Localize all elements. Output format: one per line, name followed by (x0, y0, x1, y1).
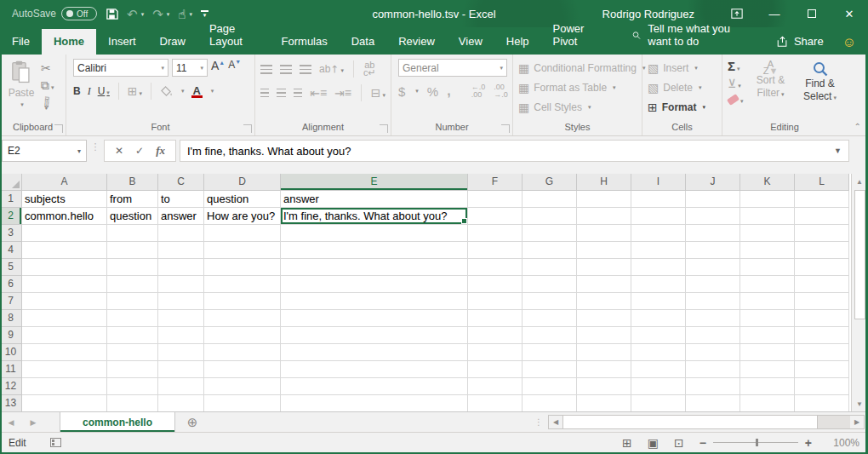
zoom-in-button[interactable]: + (805, 436, 812, 450)
cell-E9[interactable] (281, 327, 468, 344)
cell-L12[interactable] (795, 378, 849, 395)
cell-H1[interactable] (577, 191, 631, 208)
cell-G12[interactable] (523, 378, 577, 395)
align-top-icon[interactable] (260, 65, 272, 74)
row-header-8[interactable]: 8 (0, 310, 22, 327)
cell-L9[interactable] (795, 327, 849, 344)
cell-J8[interactable] (686, 310, 740, 327)
tab-insert[interactable]: Insert (96, 29, 148, 55)
cell-G6[interactable] (523, 276, 577, 293)
cell-A11[interactable] (22, 361, 107, 378)
borders-icon[interactable]: ⊞▾ (128, 85, 142, 97)
cell-C7[interactable] (158, 293, 204, 310)
cell-I13[interactable] (631, 395, 686, 411)
cell-D10[interactable] (204, 344, 281, 361)
autosave-toggle[interactable]: AutoSave Off (12, 7, 97, 20)
cell-F1[interactable] (468, 191, 523, 208)
cell-K4[interactable] (740, 242, 795, 259)
fill-down-icon[interactable]: ⊻▾ (728, 78, 744, 89)
font-name-select[interactable]: Calibri▾ (73, 59, 168, 77)
horizontal-scroll-thumb[interactable] (562, 416, 818, 428)
tab-power-pivot[interactable]: Power Pivot (541, 16, 611, 55)
cell-L6[interactable] (795, 276, 849, 293)
column-header-F[interactable]: F (468, 174, 523, 191)
sheet-nav-left-icon[interactable]: ◀ (0, 412, 22, 432)
paste-dropdown-icon[interactable]: ▾ (20, 101, 24, 108)
decrease-font-size-button[interactable]: A▼ (228, 59, 241, 77)
cell-C3[interactable] (158, 225, 204, 242)
tab-review[interactable]: Review (386, 29, 447, 55)
number-dialog-launcher[interactable] (501, 124, 510, 133)
cell-L8[interactable] (795, 310, 849, 327)
cell-J11[interactable] (686, 361, 740, 378)
column-header-I[interactable]: I (631, 174, 686, 191)
row-header-1[interactable]: 1 (0, 191, 22, 208)
cell-E8[interactable] (281, 310, 468, 327)
cell-G11[interactable] (523, 361, 577, 378)
share-button[interactable]: Share (776, 35, 824, 55)
cell-C12[interactable] (158, 378, 204, 395)
cell-E7[interactable] (281, 293, 468, 310)
tab-file[interactable]: File (0, 29, 42, 55)
align-center-icon[interactable] (277, 89, 285, 98)
cell-E10[interactable] (281, 344, 468, 361)
cell-F6[interactable] (468, 276, 523, 293)
insert-function-icon[interactable]: fx (156, 144, 165, 158)
increase-font-size-button[interactable]: A▲ (211, 59, 225, 77)
cell-C2[interactable]: answer (158, 208, 204, 225)
expand-formula-bar-icon[interactable]: ▼ (834, 147, 842, 155)
cell-I1[interactable] (631, 191, 686, 208)
cell-K2[interactable] (740, 208, 795, 225)
wrap-text-icon[interactable]: abc↵ (363, 61, 376, 77)
cell-A7[interactable] (22, 293, 107, 310)
cell-J7[interactable] (686, 293, 740, 310)
cell-J5[interactable] (686, 259, 740, 276)
scroll-up-icon[interactable]: ▲ (852, 174, 867, 189)
insert-cells-button[interactable]: ▧ Insert▾ (646, 59, 700, 77)
cell-G1[interactable] (523, 191, 577, 208)
column-header-H[interactable]: H (577, 174, 631, 191)
cell-G4[interactable] (523, 242, 577, 259)
cell-A13[interactable] (22, 395, 107, 411)
comma-icon[interactable]: , (447, 84, 450, 98)
formula-input[interactable]: I'm fine, thanks. What about you? ▼ (180, 140, 849, 162)
cell-J6[interactable] (686, 276, 740, 293)
cell-E2[interactable]: I'm fine, thanks. What about you? (281, 208, 468, 225)
cell-K1[interactable] (740, 191, 795, 208)
cell-H5[interactable] (577, 259, 631, 276)
select-all-corner[interactable] (0, 174, 22, 191)
cell-B7[interactable] (107, 293, 158, 310)
cell-G9[interactable] (523, 327, 577, 344)
cell-G5[interactable] (523, 259, 577, 276)
redo-button[interactable]: ↷▾ (152, 8, 169, 20)
cell-I5[interactable] (631, 259, 686, 276)
column-header-D[interactable]: D (204, 174, 281, 191)
cell-D1[interactable]: question (204, 191, 281, 208)
cell-F4[interactable] (468, 242, 523, 259)
cell-D5[interactable] (204, 259, 281, 276)
cell-F11[interactable] (468, 361, 523, 378)
cell-K10[interactable] (740, 344, 795, 361)
row-header-13[interactable]: 13 (0, 395, 22, 411)
name-box[interactable]: E2 ▾ (2, 140, 87, 162)
scroll-down-icon[interactable]: ▼ (852, 396, 867, 411)
ribbon-display-options-button[interactable] (718, 0, 756, 27)
cell-L10[interactable] (795, 344, 849, 361)
cell-H11[interactable] (577, 361, 631, 378)
cell-G10[interactable] (523, 344, 577, 361)
undo-button[interactable]: ↶▾ (127, 8, 144, 20)
cell-J12[interactable] (686, 378, 740, 395)
cell-G2[interactable] (523, 208, 577, 225)
cell-K7[interactable] (740, 293, 795, 310)
copy-icon[interactable]: ⧉▾ (41, 79, 54, 91)
cell-J1[interactable] (686, 191, 740, 208)
cell-D6[interactable] (204, 276, 281, 293)
cell-styles-button[interactable]: ▦ Cell Styles▾ (517, 98, 592, 116)
column-header-A[interactable]: A (22, 174, 107, 191)
increase-decimal-icon[interactable]: ←.0.00 (471, 83, 486, 99)
row-header-4[interactable]: 4 (0, 242, 22, 259)
column-header-K[interactable]: K (740, 174, 795, 191)
close-button[interactable]: ✕ (831, 0, 868, 27)
row-header-6[interactable]: 6 (0, 276, 22, 293)
sheet-tab-common-hello[interactable]: common-hello (60, 412, 175, 432)
